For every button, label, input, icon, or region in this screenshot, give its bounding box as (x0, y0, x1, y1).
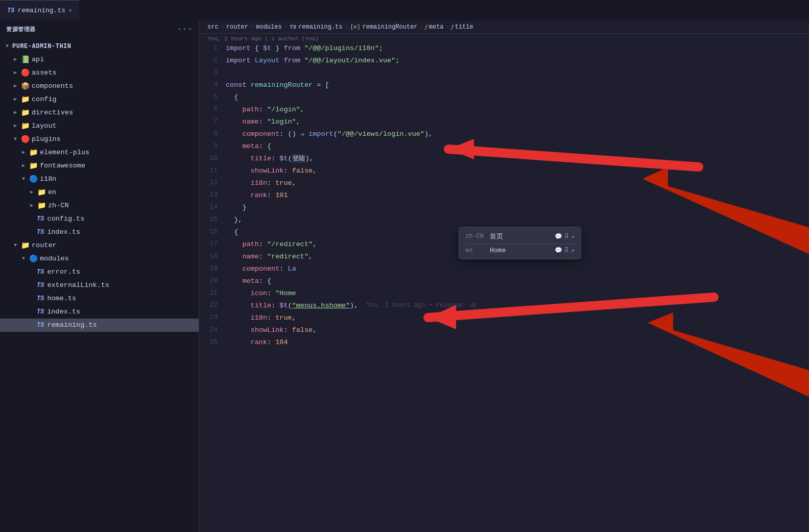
item-label: plugins (32, 134, 61, 145)
line-num-23: 23 (199, 311, 224, 324)
grid-icon[interactable]: ⠿ (564, 233, 569, 240)
code-line-13: rank: 101 (226, 189, 809, 201)
tooltip-en-icons: 💬 ⠿ ↗ (555, 247, 575, 254)
link-icon[interactable]: ↗ (571, 233, 575, 240)
sidebar-item-directives[interactable]: ▶ 📁 directives (0, 106, 199, 119)
link-icon[interactable]: ↗ (571, 247, 575, 254)
line-num-8: 8 (199, 128, 224, 140)
line-num-4: 4 (199, 79, 224, 91)
code-line-22: title: $t("menus.hshome"), You, 2 hours … (226, 299, 809, 311)
tooltip-sep (465, 244, 575, 244)
arrow-icon: ▶ (12, 81, 18, 92)
item-label: modules (40, 253, 69, 264)
code-viewport[interactable]: 1 2 3 4 5 6 7 8 9 10 11 12 13 14 15 16 1… (199, 42, 809, 532)
tooltip-row-en: en Home 💬 ⠿ ↗ (465, 245, 575, 256)
code-content[interactable]: import { $t } from "/@@/plugins/i18n"; i… (224, 42, 809, 532)
ts-file-icon: TS (37, 280, 44, 291)
code-line-9: meta: { (226, 140, 809, 152)
ts-file-icon: TS (37, 306, 44, 318)
item-label: home.ts (47, 293, 76, 304)
code-line-25: rank: 104 (226, 336, 809, 348)
item-label: remaining.ts (47, 320, 97, 331)
bc-title: title (455, 23, 473, 31)
line-num-25: 25 (199, 336, 224, 348)
tree-root: ▼ PURE-ADMIN-THIN ▶ 📗 api ▶ 🔴 assets (0, 38, 199, 334)
git-info: You, 2 hours ago | 1 author (You) (199, 34, 809, 42)
sidebar-more-button[interactable]: ··· (177, 25, 193, 34)
arrow-icon: ▶ (12, 54, 18, 65)
item-label: index.ts (47, 306, 80, 318)
arrow-icon: ▼ (12, 134, 18, 145)
sidebar-item-plugins[interactable]: ▼ 🔴 plugins (0, 133, 199, 146)
code-line-4: const remainingRouter = [ (226, 79, 809, 91)
close-icon[interactable]: ✕ (68, 7, 72, 14)
sidebar-item-layout[interactable]: ▶ 📁 layout (0, 119, 199, 133)
sidebar-item-modules[interactable]: ▼ 🔵 modules (0, 252, 199, 265)
item-label: index.ts (47, 227, 80, 238)
bc-sep: › (250, 23, 254, 31)
item-label: externalLink.ts (47, 280, 109, 291)
bc-filename: remaining.ts (298, 23, 342, 31)
sidebar-item-assets[interactable]: ▶ 🔴 assets (0, 66, 199, 80)
sidebar-item-components[interactable]: ▶ 📦 components (0, 80, 199, 93)
code-line-19: component: La (226, 262, 809, 275)
line-num-19: 19 (199, 262, 224, 275)
sidebar-item-i18n[interactable]: ▼ 🔵 i18n (0, 173, 199, 186)
code-line-24: showLink: false, (226, 324, 809, 336)
ts-badge: TS (7, 7, 14, 14)
sidebar-item-error-ts[interactable]: TS error.ts (0, 265, 199, 279)
sidebar-item-en[interactable]: ▶ 📁 en (0, 186, 199, 199)
line-num-11: 11 (199, 164, 224, 177)
folder-icon: 🔴 (20, 135, 30, 144)
item-label: config.ts (47, 213, 84, 225)
sidebar-item-remaining-ts[interactable]: TS remaining.ts (0, 319, 199, 332)
sidebar-item-root[interactable]: ▼ PURE-ADMIN-THIN (0, 40, 199, 53)
bc-meta: meta (429, 23, 444, 31)
tooltip-zh-icons: 💬 ⠿ ↗ (555, 233, 575, 240)
code-line-10: title: $t(登陆), (226, 152, 809, 164)
sidebar-item-api[interactable]: ▶ 📗 api (0, 53, 199, 66)
arrow-icon: ▼ (12, 240, 18, 251)
arrow-icon: ▶ (20, 147, 27, 158)
sidebar-item-router[interactable]: ▼ 📁 router (0, 239, 199, 252)
folder-icon: 📗 (20, 55, 30, 64)
code-line-12: i18n: true, (226, 177, 809, 189)
sidebar-tree[interactable]: ▼ PURE-ADMIN-THIN ▶ 📗 api ▶ 🔴 assets (0, 38, 199, 532)
sidebar-item-router-index-ts[interactable]: TS index.ts (0, 305, 199, 319)
code-line-1: import { $t } from "/@@/plugins/i18n"; (226, 42, 809, 54)
code-line-6: path: "/login", (226, 103, 809, 115)
item-label: i18n (40, 174, 56, 185)
code-line-5: { (226, 91, 809, 103)
item-label: element-plus (40, 147, 89, 158)
folder-icon: 🔴 (20, 68, 30, 78)
grid-icon[interactable]: ⠿ (564, 247, 569, 254)
line-num-12: 12 (199, 177, 224, 189)
code-line-11: showLink: false, (226, 164, 809, 177)
tab-remaining-ts[interactable]: TS remaining.ts ✕ (0, 0, 79, 20)
sidebar-item-i18n-index-ts[interactable]: TS index.ts (0, 226, 199, 239)
ts-file-icon: TS (37, 267, 44, 278)
msg-icon[interactable]: 💬 (555, 247, 562, 254)
item-label: components (32, 81, 73, 92)
sidebar: 资源管理器 ··· ▼ PURE-ADMIN-THIN ▶ 📗 api ▶ (0, 20, 199, 532)
sidebar-item-home-ts[interactable]: TS home.ts (0, 292, 199, 305)
bc-sep: › (420, 23, 423, 31)
sidebar-item-element-plus[interactable]: ▶ 📁 element-plus (0, 146, 199, 159)
sidebar-item-zh-cn[interactable]: ▶ 📁 zh-CN (0, 199, 199, 212)
line-num-3: 3 (199, 66, 224, 79)
sidebar-item-fontawesome[interactable]: ▶ 📁 fontawesome (0, 159, 199, 173)
sidebar-item-config[interactable]: ▶ 📁 config (0, 93, 199, 106)
folder-icon: 🔵 (29, 175, 38, 184)
code-line-2: import Layout from "/@@/layout/index.vue… (226, 54, 809, 66)
sidebar-item-externallink-ts[interactable]: TS externalLink.ts (0, 279, 199, 292)
arrow-icon: ▶ (12, 107, 18, 118)
item-label: directives (32, 107, 73, 118)
sidebar-item-config-ts[interactable]: TS config.ts (0, 212, 199, 226)
breadcrumb: src › router › modules › TS remaining.ts… (199, 20, 809, 34)
bc-func-icon: 𝑓 (425, 24, 427, 30)
bc-sep: › (446, 23, 449, 31)
arrow-icon: ▼ (20, 253, 27, 264)
tab-filename: remaining.ts (17, 7, 65, 14)
code-line-8: component: () ⇒ import("/@@/views/login.… (226, 128, 809, 140)
msg-icon[interactable]: 💬 (555, 233, 562, 240)
